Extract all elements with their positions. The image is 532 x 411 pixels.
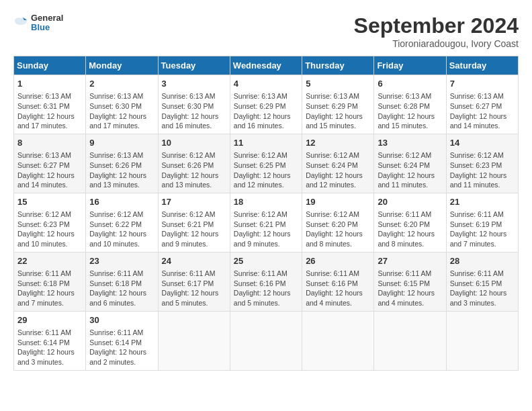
day-number: 12: [306, 137, 370, 149]
day-info: Sunrise: 6:11 AMSunset: 6:15 PMDaylight:…: [450, 269, 515, 308]
calendar-cell: [302, 311, 374, 370]
day-number: 7: [450, 78, 515, 90]
day-number: 5: [306, 78, 370, 90]
day-info: Sunrise: 6:13 AMSunset: 6:30 PMDaylight:…: [89, 91, 154, 131]
day-number: 2: [89, 78, 154, 90]
logo-bird-icon: [13, 15, 28, 30]
calendar-cell: 16Sunrise: 6:12 AMSunset: 6:22 PMDayligh…: [86, 193, 158, 252]
day-number: 26: [306, 255, 370, 267]
day-number: 24: [162, 255, 226, 267]
day-number: 18: [234, 196, 298, 208]
day-info: Sunrise: 6:11 AMSunset: 6:16 PMDaylight:…: [234, 269, 298, 308]
calendar-cell: 1Sunrise: 6:13 AMSunset: 6:31 PMDaylight…: [14, 75, 86, 134]
day-number: 20: [378, 196, 442, 208]
day-number: 1: [17, 78, 82, 90]
calendar-cell: 4Sunrise: 6:13 AMSunset: 6:29 PMDaylight…: [230, 75, 302, 134]
day-info: Sunrise: 6:11 AMSunset: 6:16 PMDaylight:…: [306, 269, 370, 308]
title-block: September 2024 Tioroniaradougou, Ivory C…: [354, 13, 519, 49]
day-number: 4: [234, 78, 298, 90]
day-number: 21: [450, 196, 515, 208]
calendar-cell: 12Sunrise: 6:12 AMSunset: 6:24 PMDayligh…: [302, 134, 374, 193]
day-info: Sunrise: 6:12 AMSunset: 6:24 PMDaylight:…: [378, 150, 442, 190]
day-info: Sunrise: 6:13 AMSunset: 6:26 PMDaylight:…: [89, 150, 154, 190]
calendar-cell: 23Sunrise: 6:11 AMSunset: 6:18 PMDayligh…: [86, 252, 158, 311]
calendar-cell: 25Sunrise: 6:11 AMSunset: 6:16 PMDayligh…: [230, 252, 302, 311]
day-info: Sunrise: 6:12 AMSunset: 6:23 PMDaylight:…: [17, 210, 82, 249]
day-info: Sunrise: 6:13 AMSunset: 6:27 PMDaylight:…: [450, 91, 515, 131]
day-info: Sunrise: 6:12 AMSunset: 6:22 PMDaylight:…: [89, 210, 154, 249]
calendar-cell: 17Sunrise: 6:12 AMSunset: 6:21 PMDayligh…: [158, 193, 230, 252]
header-sunday: Sunday: [14, 56, 86, 75]
calendar-cell: 7Sunrise: 6:13 AMSunset: 6:27 PMDaylight…: [446, 75, 518, 134]
day-info: Sunrise: 6:13 AMSunset: 6:28 PMDaylight:…: [378, 91, 442, 131]
header-friday: Friday: [374, 56, 446, 75]
calendar-cell: [230, 311, 302, 370]
calendar-cell: 6Sunrise: 6:13 AMSunset: 6:28 PMDaylight…: [374, 75, 446, 134]
calendar-cell: 8Sunrise: 6:13 AMSunset: 6:27 PMDaylight…: [14, 134, 86, 193]
day-info: Sunrise: 6:12 AMSunset: 6:25 PMDaylight:…: [234, 150, 298, 190]
calendar-cell: 19Sunrise: 6:12 AMSunset: 6:20 PMDayligh…: [302, 193, 374, 252]
calendar-cell: 21Sunrise: 6:11 AMSunset: 6:19 PMDayligh…: [446, 193, 518, 252]
calendar-cell: 3Sunrise: 6:13 AMSunset: 6:30 PMDaylight…: [158, 75, 230, 134]
calendar-subtitle: Tioroniaradougou, Ivory Coast: [354, 38, 519, 49]
day-number: 27: [378, 255, 442, 267]
day-number: 16: [89, 196, 154, 208]
logo-blue: Blue: [31, 23, 63, 32]
calendar-cell: 14Sunrise: 6:12 AMSunset: 6:23 PMDayligh…: [446, 134, 518, 193]
day-number: 11: [234, 137, 298, 149]
day-number: 13: [378, 137, 442, 149]
calendar-cell: 9Sunrise: 6:13 AMSunset: 6:26 PMDaylight…: [86, 134, 158, 193]
day-number: 29: [17, 314, 82, 326]
calendar-cell: 18Sunrise: 6:12 AMSunset: 6:21 PMDayligh…: [230, 193, 302, 252]
day-number: 14: [450, 137, 515, 149]
day-info: Sunrise: 6:13 AMSunset: 6:27 PMDaylight:…: [17, 150, 82, 190]
calendar-cell: 15Sunrise: 6:12 AMSunset: 6:23 PMDayligh…: [14, 193, 86, 252]
calendar-cell: [446, 311, 518, 370]
calendar-cell: [158, 311, 230, 370]
day-number: 30: [89, 314, 154, 326]
calendar-cell: 26Sunrise: 6:11 AMSunset: 6:16 PMDayligh…: [302, 252, 374, 311]
day-number: 15: [17, 196, 82, 208]
day-info: Sunrise: 6:11 AMSunset: 6:20 PMDaylight:…: [378, 210, 442, 249]
calendar-header-row: SundayMondayTuesdayWednesdayThursdayFrid…: [14, 56, 519, 75]
day-info: Sunrise: 6:12 AMSunset: 6:23 PMDaylight:…: [450, 150, 515, 190]
calendar-week-3: 22Sunrise: 6:11 AMSunset: 6:18 PMDayligh…: [14, 252, 519, 311]
calendar-cell: 20Sunrise: 6:11 AMSunset: 6:20 PMDayligh…: [374, 193, 446, 252]
calendar-week-0: 1Sunrise: 6:13 AMSunset: 6:31 PMDaylight…: [14, 75, 519, 134]
header-tuesday: Tuesday: [158, 56, 230, 75]
day-info: Sunrise: 6:12 AMSunset: 6:21 PMDaylight:…: [162, 210, 226, 249]
calendar-week-2: 15Sunrise: 6:12 AMSunset: 6:23 PMDayligh…: [14, 193, 519, 252]
day-number: 28: [450, 255, 515, 267]
day-number: 10: [162, 137, 226, 149]
day-info: Sunrise: 6:11 AMSunset: 6:14 PMDaylight:…: [89, 328, 154, 367]
day-number: 9: [89, 137, 154, 149]
day-info: Sunrise: 6:11 AMSunset: 6:18 PMDaylight:…: [89, 269, 154, 308]
day-info: Sunrise: 6:11 AMSunset: 6:15 PMDaylight:…: [378, 269, 442, 308]
calendar-cell: 28Sunrise: 6:11 AMSunset: 6:15 PMDayligh…: [446, 252, 518, 311]
calendar-cell: 30Sunrise: 6:11 AMSunset: 6:14 PMDayligh…: [86, 311, 158, 370]
calendar-cell: 5Sunrise: 6:13 AMSunset: 6:29 PMDaylight…: [302, 75, 374, 134]
calendar-cell: 24Sunrise: 6:11 AMSunset: 6:17 PMDayligh…: [158, 252, 230, 311]
calendar-cell: 2Sunrise: 6:13 AMSunset: 6:30 PMDaylight…: [86, 75, 158, 134]
calendar-table: SundayMondayTuesdayWednesdayThursdayFrid…: [13, 56, 519, 371]
day-info: Sunrise: 6:13 AMSunset: 6:31 PMDaylight:…: [17, 91, 82, 131]
calendar-cell: 10Sunrise: 6:12 AMSunset: 6:26 PMDayligh…: [158, 134, 230, 193]
day-number: 25: [234, 255, 298, 267]
day-number: 3: [162, 78, 226, 90]
header-saturday: Saturday: [446, 56, 518, 75]
day-info: Sunrise: 6:13 AMSunset: 6:29 PMDaylight:…: [306, 91, 370, 131]
calendar-cell: 13Sunrise: 6:12 AMSunset: 6:24 PMDayligh…: [374, 134, 446, 193]
day-number: 22: [17, 255, 82, 267]
day-info: Sunrise: 6:13 AMSunset: 6:30 PMDaylight:…: [162, 91, 226, 131]
calendar-title: September 2024: [354, 13, 519, 38]
day-info: Sunrise: 6:11 AMSunset: 6:18 PMDaylight:…: [17, 269, 82, 308]
calendar-week-1: 8Sunrise: 6:13 AMSunset: 6:27 PMDaylight…: [14, 134, 519, 193]
day-info: Sunrise: 6:12 AMSunset: 6:24 PMDaylight:…: [306, 150, 370, 190]
day-number: 17: [162, 196, 226, 208]
day-info: Sunrise: 6:11 AMSunset: 6:17 PMDaylight:…: [162, 269, 226, 308]
calendar-cell: 29Sunrise: 6:11 AMSunset: 6:14 PMDayligh…: [14, 311, 86, 370]
header-monday: Monday: [86, 56, 158, 75]
day-number: 23: [89, 255, 154, 267]
day-info: Sunrise: 6:12 AMSunset: 6:21 PMDaylight:…: [234, 210, 298, 249]
day-info: Sunrise: 6:12 AMSunset: 6:26 PMDaylight:…: [162, 150, 226, 190]
